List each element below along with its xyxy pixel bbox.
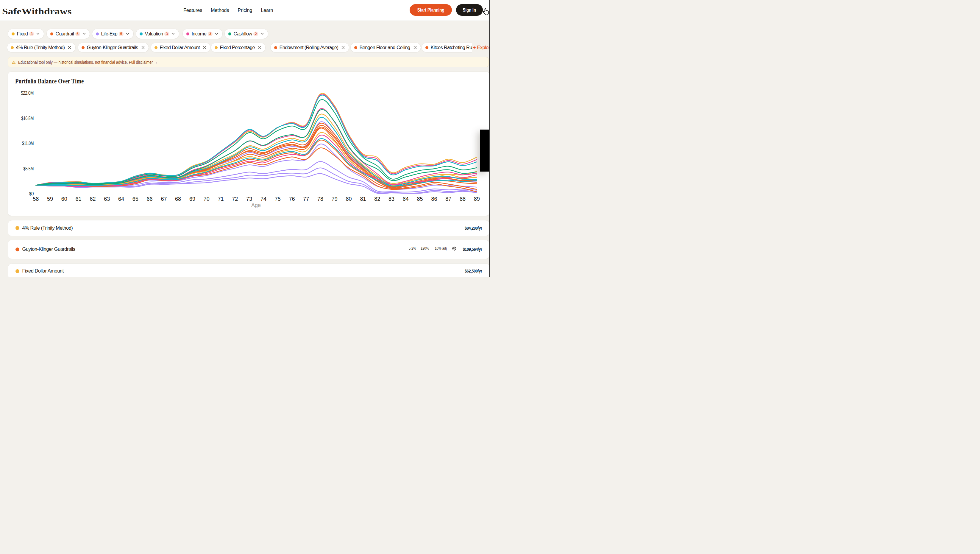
svg-text:Age: Age	[251, 202, 261, 208]
svg-text:89: 89	[474, 196, 480, 202]
svg-text:72: 72	[232, 196, 238, 202]
svg-text:85: 85	[417, 196, 423, 202]
svg-text:75: 75	[275, 196, 281, 202]
svg-text:$22.0M: $22.0M	[21, 90, 33, 96]
svg-text:66: 66	[147, 196, 153, 202]
svg-text:74: 74	[261, 196, 266, 202]
svg-text:76: 76	[289, 196, 295, 202]
svg-text:79: 79	[332, 196, 337, 202]
svg-text:63: 63	[104, 196, 110, 202]
svg-text:87: 87	[445, 196, 451, 202]
svg-text:81: 81	[360, 196, 366, 202]
svg-text:59: 59	[47, 196, 53, 202]
svg-text:67: 67	[161, 196, 167, 202]
svg-text:83: 83	[388, 196, 395, 202]
svg-text:70: 70	[204, 196, 210, 202]
svg-text:78: 78	[317, 196, 323, 202]
svg-text:88: 88	[460, 196, 466, 202]
svg-text:$11.0M: $11.0M	[22, 140, 33, 146]
svg-text:61: 61	[76, 196, 81, 202]
svg-text:60: 60	[61, 196, 67, 202]
svg-text:80: 80	[346, 196, 352, 202]
svg-text:$16.5M: $16.5M	[21, 116, 34, 121]
svg-text:71: 71	[218, 196, 224, 202]
svg-text:73: 73	[246, 196, 252, 202]
svg-text:65: 65	[132, 196, 138, 202]
svg-text:69: 69	[189, 196, 195, 202]
svg-text:86: 86	[431, 196, 437, 202]
svg-text:$0: $0	[29, 191, 33, 196]
svg-text:58: 58	[33, 196, 39, 202]
svg-text:84: 84	[403, 196, 409, 202]
svg-text:68: 68	[175, 196, 181, 202]
svg-text:64: 64	[118, 196, 124, 202]
svg-text:82: 82	[374, 196, 380, 202]
svg-text:$5.5M: $5.5M	[24, 166, 34, 171]
svg-text:62: 62	[90, 196, 95, 202]
svg-text:77: 77	[303, 196, 309, 202]
